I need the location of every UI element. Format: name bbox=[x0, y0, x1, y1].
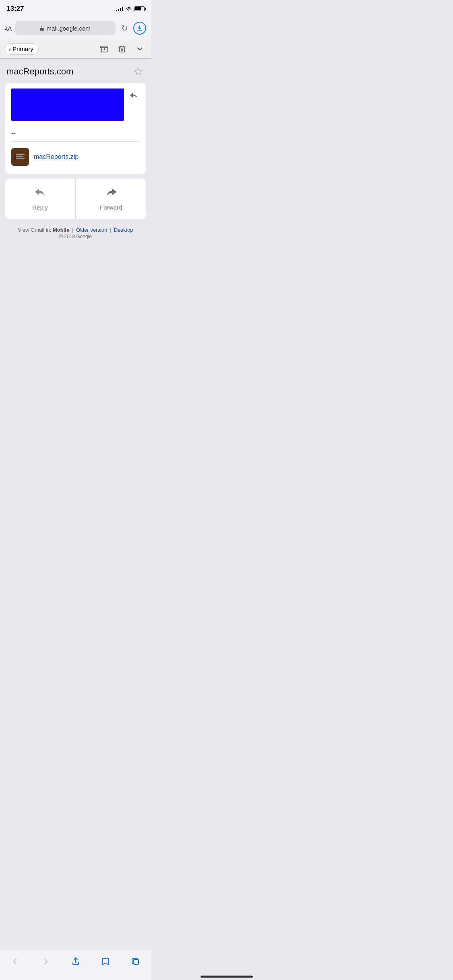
status-icons bbox=[116, 6, 145, 11]
battery-icon bbox=[134, 6, 145, 11]
attachment-icon bbox=[11, 148, 29, 166]
url-bar[interactable]: mail.google.com bbox=[15, 21, 116, 35]
lock-icon bbox=[40, 26, 44, 31]
svg-rect-0 bbox=[101, 46, 108, 47]
trash-icon bbox=[118, 45, 126, 54]
archive-button[interactable] bbox=[98, 43, 111, 56]
attachment-lines bbox=[16, 154, 25, 159]
footer-mobile: Mobile bbox=[53, 227, 69, 233]
gmail-footer: View Gmail in: Mobile | Older version | … bbox=[5, 225, 146, 243]
trash-button[interactable] bbox=[116, 43, 128, 56]
reply-icon bbox=[34, 187, 47, 198]
status-bar: 13:27 bbox=[0, 0, 151, 18]
forward-label: Forward bbox=[100, 204, 122, 211]
chevron-left-icon: ‹ bbox=[8, 45, 11, 53]
more-button[interactable] bbox=[133, 43, 146, 56]
footer-older-link[interactable]: Older version bbox=[76, 227, 107, 233]
url-text: mail.google.com bbox=[47, 25, 91, 32]
reply-icon-top[interactable] bbox=[128, 90, 140, 101]
reply-header-icon bbox=[129, 91, 139, 100]
footer-sep2: | bbox=[110, 227, 111, 233]
email-content-area: macReports.com -- bbox=[0, 59, 151, 249]
footer-sep1: | bbox=[72, 227, 73, 233]
email-header bbox=[5, 83, 146, 126]
attachment-link[interactable]: macReports.zip bbox=[34, 153, 79, 161]
email-divider bbox=[11, 141, 140, 142]
back-button[interactable]: ‹ Primary bbox=[5, 43, 39, 55]
attachment-row: macReports.zip bbox=[11, 146, 140, 167]
svg-rect-1 bbox=[120, 47, 125, 52]
email-blue-banner bbox=[11, 89, 124, 121]
action-card: Reply Forward bbox=[5, 179, 146, 219]
dropdown-icon bbox=[137, 46, 143, 52]
footer-desktop-link[interactable]: Desktop bbox=[114, 227, 133, 233]
email-body: -- macReports.zip bbox=[5, 126, 146, 174]
star-icon bbox=[133, 66, 143, 77]
forward-icon bbox=[105, 187, 118, 198]
reply-button[interactable]: Reply bbox=[5, 179, 76, 219]
archive-icon bbox=[100, 45, 109, 54]
footer-copyright: © 2018 Google bbox=[5, 234, 146, 239]
font-size-control[interactable]: AA bbox=[5, 25, 12, 32]
refresh-button[interactable]: ↻ bbox=[119, 23, 130, 34]
reply-label: Reply bbox=[32, 204, 48, 211]
forward-button[interactable]: Forward bbox=[76, 179, 146, 219]
footer-view-text: View Gmail in: bbox=[18, 227, 52, 233]
browser-bar: AA mail.google.com ↻ bbox=[0, 18, 151, 39]
gmail-toolbar: ‹ Primary bbox=[0, 39, 151, 59]
wifi-icon bbox=[126, 6, 132, 11]
email-card: -- macReports.zip bbox=[5, 83, 146, 174]
sender-row: macReports.com bbox=[5, 65, 146, 78]
status-time: 13:27 bbox=[6, 5, 24, 13]
download-button[interactable] bbox=[133, 22, 146, 35]
footer-view-row: View Gmail in: Mobile | Older version | … bbox=[5, 227, 146, 233]
back-label: Primary bbox=[12, 45, 33, 52]
signal-bars-icon bbox=[116, 6, 123, 11]
sender-name: macReports.com bbox=[6, 66, 73, 77]
forward-arrow-icon bbox=[105, 187, 118, 201]
email-dashes: -- bbox=[11, 130, 140, 136]
reply-arrow-icon bbox=[34, 187, 47, 201]
download-icon bbox=[137, 25, 143, 31]
star-button[interactable] bbox=[132, 65, 145, 78]
